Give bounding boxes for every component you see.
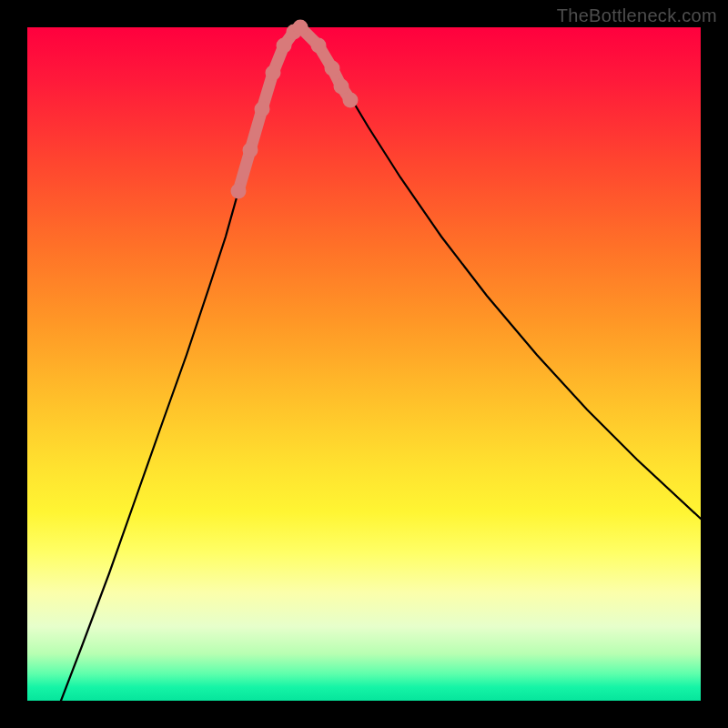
curve-right bbox=[300, 27, 701, 519]
overlay-dot bbox=[255, 102, 270, 117]
curve-layer bbox=[27, 27, 701, 701]
overlay-dot bbox=[277, 38, 292, 54]
overlay-dot bbox=[266, 66, 281, 81]
overlay-dot bbox=[334, 79, 349, 95]
overlay-dot bbox=[231, 184, 247, 199]
chart-frame: TheBottleneck.com bbox=[0, 0, 728, 728]
overlay-dot bbox=[343, 93, 359, 108]
watermark-text: TheBottleneck.com bbox=[557, 5, 717, 26]
overlay-dot bbox=[311, 38, 327, 54]
overlay-dot bbox=[325, 61, 340, 76]
curve-left bbox=[61, 27, 300, 701]
overlay-dot bbox=[243, 143, 258, 158]
overlay-dot bbox=[293, 20, 308, 35]
